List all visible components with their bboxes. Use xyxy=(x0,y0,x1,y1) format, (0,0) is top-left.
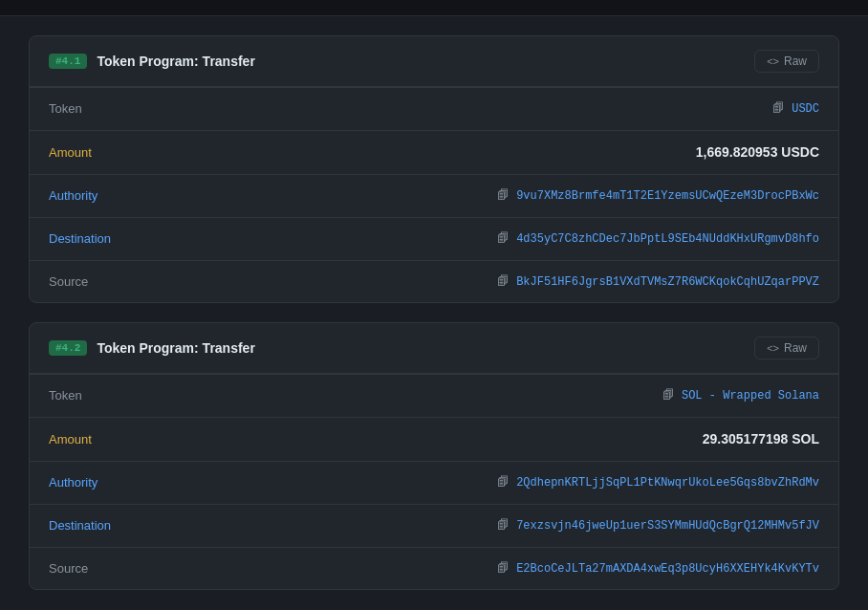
field-label: Authority xyxy=(49,188,144,203)
code-icon: <> xyxy=(767,55,779,67)
field-row: Source🗐BkJF51HF6JgrsB1VXdTVMsZ7R6WCKqokC… xyxy=(30,261,838,302)
raw-label: Raw xyxy=(784,54,807,68)
field-row: Authority🗐2QdhepnKRTLjjSqPL1PtKNwqrUkoLe… xyxy=(30,462,838,504)
code-icon: <> xyxy=(767,342,779,354)
field-label: Destination xyxy=(49,518,144,533)
field-label: Destination xyxy=(49,231,144,246)
field-row: Amount29.305177198 SOL xyxy=(30,418,838,461)
field-value: 🗐USDC xyxy=(772,101,819,116)
card-4.1: #4.1Token Program: Transfer<>RawToken🗐US… xyxy=(29,35,839,303)
field-value-text: 2QdhepnKRTLjjSqPL1PtKNwqrUkoLee5Gqs8bvZh… xyxy=(516,476,819,490)
field-label: Amount xyxy=(49,432,144,447)
field-value: 🗐BkJF51HF6JgrsB1VXdTVMsZ7R6WCKqokCqhUZqa… xyxy=(497,274,819,289)
field-label: Authority xyxy=(49,475,144,490)
copy-icon[interactable]: 🗐 xyxy=(772,101,784,116)
field-row: Destination🗐7exzsvjn46jweUp1uerS3SYMmHUd… xyxy=(30,505,838,547)
field-value-text: BkJF51HF6JgrsB1VXdTVMsZ7R6WCKqokCqhUZqar… xyxy=(516,275,819,289)
raw-button[interactable]: <>Raw xyxy=(754,337,819,359)
field-value: 🗐2QdhepnKRTLjjSqPL1PtKNwqrUkoLee5Gqs8bvZ… xyxy=(497,475,819,490)
copy-icon[interactable]: 🗐 xyxy=(497,561,509,576)
card-badge: #4.1 xyxy=(49,54,87,69)
field-value: 🗐E2BcoCeJLTa27mAXDA4xwEq3p8UcyH6XXEHYk4K… xyxy=(497,561,819,576)
field-label: Token xyxy=(49,101,144,116)
field-value-text: 7exzsvjn46jweUp1uerS3SYMmHUdQcBgrQ12MHMv… xyxy=(516,519,819,533)
copy-icon[interactable]: 🗐 xyxy=(497,518,509,533)
field-value-text: SOL - Wrapped Solana xyxy=(682,389,819,403)
content-area: #4.1Token Program: Transfer<>RawToken🗐US… xyxy=(0,16,868,609)
card-header-4.1: #4.1Token Program: Transfer<>Raw xyxy=(30,36,838,87)
field-row: Token🗐USDC xyxy=(30,88,838,130)
card-badge: #4.2 xyxy=(49,340,87,356)
card-title-group: #4.2Token Program: Transfer xyxy=(49,340,255,356)
field-value: 🗐7exzsvjn46jweUp1uerS3SYMmHUdQcBgrQ12MHM… xyxy=(497,518,819,533)
raw-label: Raw xyxy=(784,341,807,355)
field-value-text: 4d35yC7C8zhCDec7JbPptL9SEb4NUddKHxURgmvD… xyxy=(516,232,819,246)
raw-button[interactable]: <>Raw xyxy=(754,50,819,73)
card-title: Token Program: Transfer xyxy=(97,54,254,69)
field-value: 29.305177198 SOL xyxy=(703,431,819,447)
card-title: Token Program: Transfer xyxy=(97,340,254,356)
field-value-text: E2BcoCeJLTa27mAXDA4xwEq3p8UcyH6XXEHYk4Kv… xyxy=(516,562,819,576)
copy-icon[interactable]: 🗐 xyxy=(497,231,509,246)
field-label: Source xyxy=(49,274,144,289)
field-row: Amount1,669.820953 USDC xyxy=(30,131,838,174)
field-row: Token🗐SOL - Wrapped Solana xyxy=(30,375,838,417)
copy-icon[interactable]: 🗐 xyxy=(497,475,509,490)
field-row: Source🗐E2BcoCeJLTa27mAXDA4xwEq3p8UcyH6XX… xyxy=(30,548,838,589)
page-header xyxy=(0,0,868,16)
field-row: Authority🗐9vu7XMz8Brmfe4mT1T2E1YzemsUCwQ… xyxy=(30,175,838,217)
field-label: Source xyxy=(49,561,144,576)
copy-icon[interactable]: 🗐 xyxy=(662,388,674,403)
field-value-text: 1,669.820953 USDC xyxy=(696,144,819,160)
card-header-4.2: #4.2Token Program: Transfer<>Raw xyxy=(30,323,838,374)
field-value-text: USDC xyxy=(792,102,819,116)
copy-icon[interactable]: 🗐 xyxy=(497,274,509,289)
card-title-group: #4.1Token Program: Transfer xyxy=(49,54,255,69)
card-body: Token🗐SOL - Wrapped SolanaAmount29.30517… xyxy=(30,374,838,589)
copy-icon[interactable]: 🗐 xyxy=(497,188,509,203)
field-value: 1,669.820953 USDC xyxy=(696,144,819,160)
field-row: Destination🗐4d35yC7C8zhCDec7JbPptL9SEb4N… xyxy=(30,218,838,260)
field-value: 🗐SOL - Wrapped Solana xyxy=(662,388,819,403)
field-value: 🗐9vu7XMz8Brmfe4mT1T2E1YzemsUCwQEzeM3Droc… xyxy=(497,188,819,203)
card-body: Token🗐USDCAmount1,669.820953 USDCAuthori… xyxy=(30,87,838,302)
card-4.2: #4.2Token Program: Transfer<>RawToken🗐SO… xyxy=(29,322,839,590)
field-value-text: 9vu7XMz8Brmfe4mT1T2E1YzemsUCwQEzeM3DrocP… xyxy=(516,189,819,203)
field-label: Amount xyxy=(49,145,144,160)
field-value: 🗐4d35yC7C8zhCDec7JbPptL9SEb4NUddKHxURgmv… xyxy=(497,231,819,246)
field-value-text: 29.305177198 SOL xyxy=(703,431,819,447)
field-label: Token xyxy=(49,388,144,403)
